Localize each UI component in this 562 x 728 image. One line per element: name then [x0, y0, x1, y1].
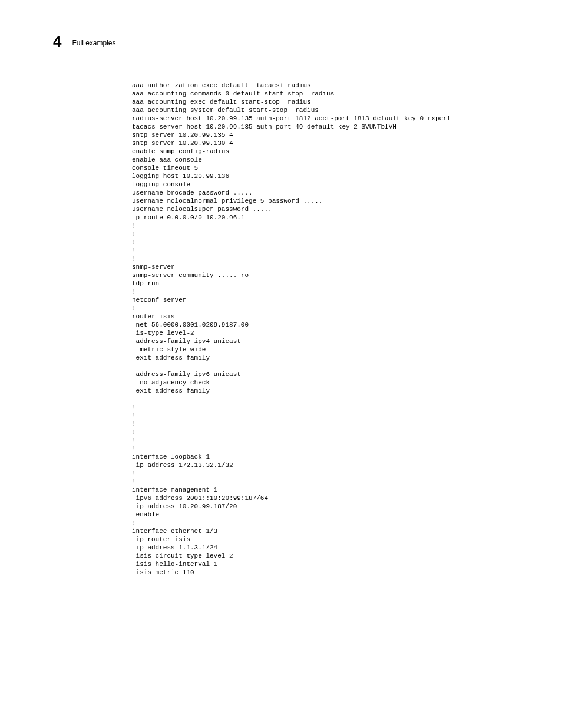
config-code-block: aaa authorization exec default tacacs+ r…: [132, 81, 562, 577]
section-title: Full examples: [72, 39, 115, 47]
page-header: 4 Full examples: [53, 32, 562, 51]
chapter-number: 4: [53, 32, 61, 51]
page: 4 Full examples aaa authorization exec d…: [0, 0, 562, 728]
